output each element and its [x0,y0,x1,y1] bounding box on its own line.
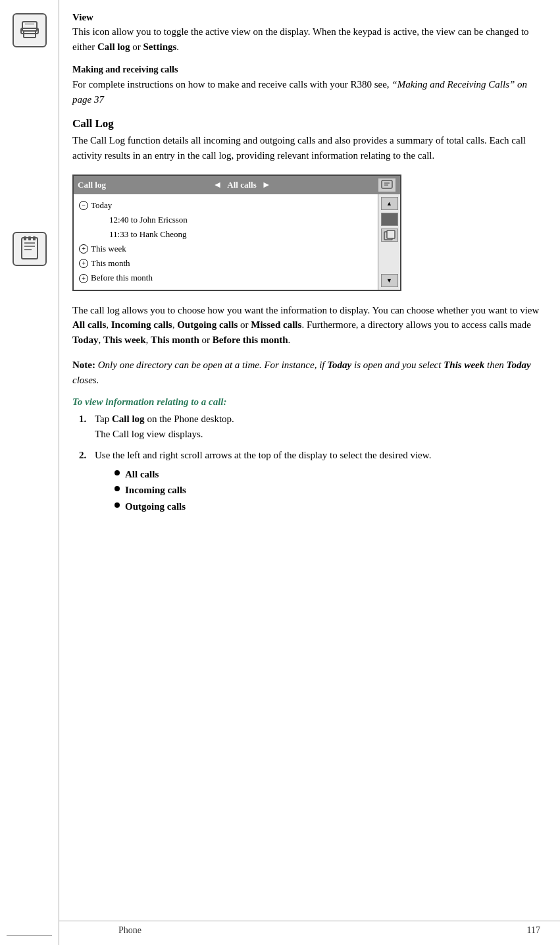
svg-rect-11 [33,236,36,240]
calllog-right-panel: ▲ ▼ [378,194,400,290]
calllog-arrow-right[interactable]: ► [262,180,271,190]
calllog-ri-copy[interactable] [381,229,398,242]
note-section: Note: Only one directory can be open at … [72,358,540,387]
making-title: Making and receiving calls [72,65,540,75]
calllog-arrow-left[interactable]: ◄ [213,180,222,190]
calllog-today-label: Today [91,198,112,213]
step1-prefix: Tap [95,414,112,424]
view-end: . [176,41,179,52]
body-text6: , [98,335,103,345]
sidebar-divider [7,935,52,936]
calllog-list: − Today 12:40 to John Ericsson 11:33 to … [74,194,378,290]
body-text1: The call log allows you to choose how yo… [72,305,539,315]
note-label: Note: [72,360,95,370]
body-bold1: All calls [72,319,106,330]
body-text8: or [199,335,213,345]
making-text: For complete instructions on how to make… [72,79,392,90]
notes-icon [13,232,47,266]
bullet-dot-3 [115,502,120,508]
step2-text: Use the left and right scroll arrows at … [95,450,431,460]
calllog-header-center-label: All calls [227,180,256,190]
making-section: Making and receiving calls For complete … [72,65,540,107]
note-text3: then [484,360,506,370]
body-bold6: This week [103,335,146,345]
calllog-row-thisweek[interactable]: + This week [79,242,372,256]
step2: 2. Use the left and right scroll arrows … [79,448,540,515]
view-bold1: Call log [97,41,130,52]
bullet-allcalls-label: All calls [125,467,159,482]
print-icon [13,13,47,47]
calllog-body: − Today 12:40 to John Ericsson 11:33 to … [74,194,400,290]
calllog-hank-label: 11:33 to Hank Cheong [109,227,187,242]
calllog-header: Call log ◄ All calls ► [74,176,400,194]
body-text2: , [106,319,111,330]
footer-right: 117 [527,925,540,936]
calllog-row-john: 12:40 to John Ericsson [97,213,372,227]
body-calllog-para: The call log allows you to choose how yo… [72,303,540,348]
calllog-widget: Call log ◄ All calls ► − Today [72,175,401,291]
bullet-dot-2 [115,486,120,491]
note-text1: Only one directory can be open at a time… [95,360,327,370]
svg-rect-5 [22,238,38,259]
step1-sub: The Call log view displays. [95,429,203,439]
step1-bold: Call log [112,414,145,424]
step1-text: on the Phone desktop. [145,414,234,424]
view-para: This icon allow you to toggle the active… [72,24,540,54]
calllog-para: The Call Log function details all incomi… [72,133,540,163]
calllog-section: Call Log The Call Log function details a… [72,117,540,163]
body-text7: , [146,335,151,345]
calllog-topright-icon[interactable] [378,178,396,192]
calllog-beforemonth-label: Before this month [91,271,153,285]
bullet-list: All calls Incoming calls Outgoing calls [115,467,431,514]
calllog-thisweek-label: This week [91,242,126,256]
calllog-row-thismonth[interactable]: + This month [79,256,372,271]
body-bold8: Before this month [213,335,288,345]
body-text4: or [238,319,251,330]
calllog-header-title: Call log [78,180,106,190]
note-text4: closes. [72,375,99,385]
main-content: View This icon allow you to toggle the a… [59,0,560,945]
calllog-header-center[interactable]: ◄ All calls ► [213,180,270,190]
bullet-allcalls: All calls [115,467,431,482]
body-bold5: Today [72,335,98,345]
view-section: View This icon allow you to toggle the a… [72,12,540,54]
body-bold3: Outgoing calls [177,319,238,330]
step2-content: Use the left and right scroll arrows at … [95,448,431,515]
calllog-row-today[interactable]: − Today [79,198,372,213]
bullet-incoming: Incoming calls [115,483,431,498]
step1-content: Tap Call log on the Phone desktop. The C… [95,412,234,441]
minus-icon-today: − [79,201,88,210]
note-today2: Today [507,360,531,370]
making-para: For complete instructions on how to make… [72,77,540,107]
footer-left: Phone [118,925,141,936]
body-bold7: This month [151,335,199,345]
view-bold2: Settings [143,41,177,52]
footer: Phone 117 [59,921,560,936]
calllog-row-hank: 11:33 to Hank Cheong [97,227,372,242]
calllog-thismonth-label: This month [91,256,130,271]
body-bold4: Missed calls [251,319,301,330]
body-bold2: Incoming calls [111,319,172,330]
calllog-ri-down[interactable]: ▼ [381,274,398,287]
sidebar [0,0,59,945]
bullet-dot-1 [115,470,120,475]
svg-rect-2 [25,23,34,25]
view-title: View [72,12,540,23]
to-view-heading: To view information relating to a call: [72,396,540,408]
calllog-heading: Call Log [72,117,540,130]
step1-num: 1. [79,412,91,441]
plus-icon-thisweek: + [79,244,88,254]
calllog-ri-up[interactable]: ▲ [381,197,398,210]
note-thisweek: This week [444,360,484,370]
note-today: Today [327,360,351,370]
svg-rect-10 [28,236,31,240]
calllog-row-beforemonth[interactable]: + Before this month [79,271,372,285]
calllog-ri-stop[interactable] [381,213,398,226]
svg-rect-12 [382,180,392,188]
svg-rect-9 [24,236,26,240]
plus-icon-beforemonth: + [79,274,88,283]
step1: 1. Tap Call log on the Phone desktop. Th… [79,412,540,441]
bullet-outgoing-label: Outgoing calls [125,499,186,514]
body-text9: . [288,335,291,345]
numbered-list: 1. Tap Call log on the Phone desktop. Th… [79,412,540,515]
